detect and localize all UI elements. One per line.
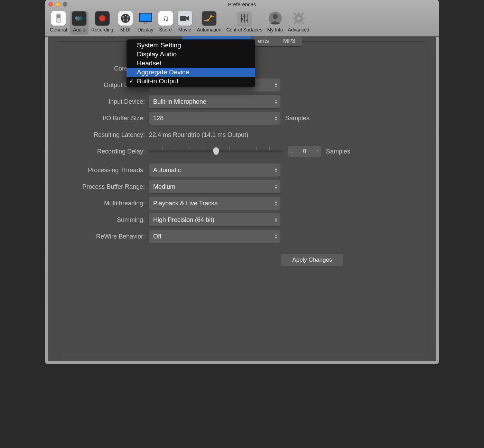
settings-panel: ents MP3 Core Audio Output Device: ▲▼ In… (57, 41, 427, 354)
svg-rect-35 (298, 22, 299, 25)
score-icon: ♫ (158, 11, 173, 26)
svg-point-32 (273, 14, 278, 19)
tab-label: Display (138, 27, 153, 32)
unit-samples: Samples (326, 148, 350, 155)
svg-point-16 (123, 19, 124, 21)
tab-movie[interactable]: Movie (176, 11, 194, 35)
label-process-buffer: Process Buffer Range: (64, 183, 149, 190)
svg-point-14 (122, 16, 124, 18)
record-icon (95, 11, 110, 26)
menu-item-system-setting[interactable]: System Setting (127, 41, 255, 50)
label-io-buffer: I/O Buffer Size: (64, 115, 149, 122)
label-latency: Resulting Latency: (64, 131, 149, 139)
svg-rect-21 (142, 24, 149, 24)
svg-rect-28 (241, 18, 243, 20)
chevron-down-icon[interactable]: ⌄ (290, 149, 293, 154)
svg-rect-30 (246, 20, 248, 21)
waveform-icon (72, 11, 86, 26)
tab-display[interactable]: Display (136, 11, 156, 35)
tab-label: Recording (91, 27, 113, 32)
faders-icon (237, 11, 252, 26)
tab-label: MIDI (120, 27, 131, 32)
stepper-icon: ▲▼ (274, 200, 278, 206)
tab-label: Movie (178, 27, 191, 32)
tab-label: Score (159, 27, 172, 32)
input-device-select[interactable]: Built-in Microphone ▲▼ (149, 95, 280, 108)
label-summing: Summing: (64, 216, 149, 224)
latency-value: 22.4 ms Roundtrip (14.1 ms Output) (149, 131, 420, 139)
select-value: Playback & Live Tracks (153, 200, 217, 207)
tab-label: My Info (267, 27, 283, 32)
svg-rect-40 (301, 12, 304, 15)
svg-rect-18 (139, 13, 152, 21)
tab-control-surfaces[interactable]: Control Surfaces (224, 11, 264, 35)
menu-item-headset[interactable]: Headset (127, 59, 255, 68)
stepper-icon: ▲▼ (274, 99, 278, 104)
label-processing-threads: Processing Threads: (64, 167, 149, 174)
person-icon (268, 11, 282, 26)
stepper-icon: ▲▼ (274, 217, 278, 223)
processing-threads-select[interactable]: Automatic ▲▼ (149, 164, 280, 177)
recording-delay-value[interactable]: ⌄ 0 ⌃ (288, 146, 321, 157)
stepper-icon: ▲▼ (274, 234, 278, 239)
multithreading-select[interactable]: Playback & Live Tracks ▲▼ (149, 197, 280, 210)
select-value: High Precision (64 bit) (153, 216, 214, 224)
select-value: Medium (153, 183, 175, 190)
summing-select[interactable]: High Precision (64 bit) ▲▼ (149, 213, 280, 226)
tab-label: General (50, 27, 67, 32)
svg-rect-38 (293, 12, 296, 15)
svg-rect-37 (302, 18, 305, 19)
tab-automation[interactable]: Automation (195, 11, 224, 35)
unit-samples: Samples (285, 115, 309, 122)
select-value: Built-in Microphone (153, 98, 206, 105)
toolbar: General Audio Recording MIDI Display (45, 8, 439, 37)
titlebar: Preferences (45, 0, 439, 8)
svg-rect-20 (144, 22, 147, 24)
stepper-icon: ▲▼ (274, 167, 278, 173)
tab-general[interactable]: General (48, 11, 69, 35)
switch-icon (51, 11, 66, 26)
select-value: Automatic (153, 167, 181, 174)
tab-midi[interactable]: MIDI (116, 11, 135, 35)
tab-label: Advanced (288, 27, 309, 32)
select-value: 128 (153, 115, 164, 122)
automation-icon (202, 11, 216, 26)
midi-icon (118, 11, 133, 26)
tab-label: Automation (197, 27, 222, 32)
stepper-icon: ▲▼ (274, 184, 278, 189)
stepper-icon: ▲▼ (274, 115, 278, 121)
tab-recording[interactable]: Recording (89, 11, 115, 35)
process-buffer-select[interactable]: Medium ▲▼ (149, 180, 280, 193)
recording-delay-slider[interactable] (149, 150, 283, 152)
check-icon: ✓ (129, 78, 134, 84)
chevron-up-icon[interactable]: ⌃ (316, 149, 319, 154)
tab-advanced[interactable]: Advanced (286, 11, 311, 35)
tab-label: Audio (73, 27, 85, 32)
camera-icon (178, 11, 192, 26)
apply-changes-button[interactable]: Apply Changes (281, 254, 343, 266)
tab-my-info[interactable]: My Info (265, 11, 285, 35)
svg-point-13 (125, 15, 126, 16)
preferences-window: Preferences General Audio Recording MID (45, 0, 439, 364)
slider-thumb[interactable] (213, 147, 219, 155)
tab-score[interactable]: ♫ Score (156, 11, 175, 35)
svg-point-15 (127, 16, 129, 18)
window-title: Preferences (45, 1, 439, 7)
tab-audio[interactable]: Audio (70, 11, 89, 35)
svg-point-11 (99, 15, 105, 21)
svg-rect-22 (180, 16, 186, 21)
menu-item-aggregate-device[interactable]: Aggregate Device (127, 68, 255, 77)
svg-rect-34 (298, 12, 299, 15)
svg-point-23 (207, 19, 209, 21)
label-input-device: Input Device: (64, 98, 149, 105)
menu-item-display-audio[interactable]: Display Audio (127, 50, 255, 59)
stepper-icon: ▲▼ (274, 82, 278, 88)
rewire-select[interactable]: Off ▲▼ (149, 230, 280, 243)
menu-item-builtin-output[interactable]: ✓ Built-in Output (127, 77, 255, 86)
label-recording-delay: Recording Delay: (64, 148, 149, 155)
svg-point-42 (297, 17, 300, 20)
subtab-mp3[interactable]: MP3 (276, 36, 302, 46)
io-buffer-select[interactable]: 128 ▲▼ (149, 112, 280, 125)
output-device-menu: System Setting Display Audio Headset Agg… (127, 39, 255, 87)
svg-rect-29 (243, 16, 245, 17)
